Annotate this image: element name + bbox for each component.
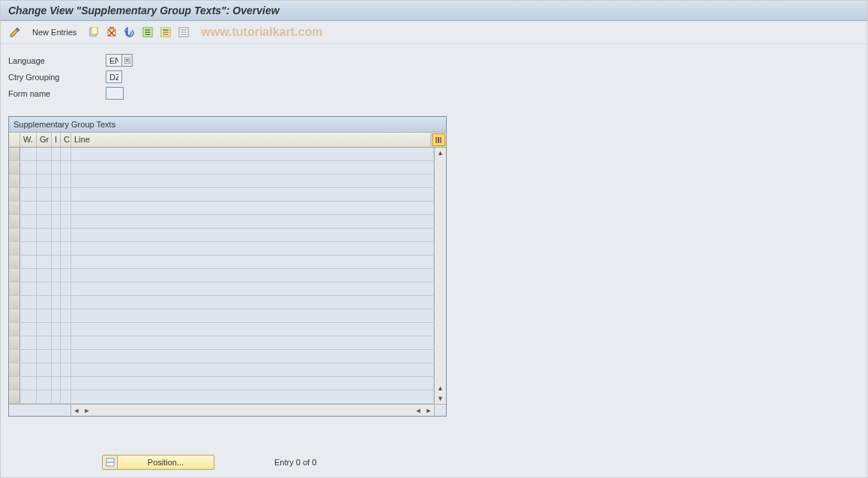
svg-rect-10 [163, 31, 169, 33]
table-row[interactable] [9, 336, 434, 350]
position-button[interactable]: Position... [102, 455, 214, 470]
row-selector[interactable] [9, 282, 20, 295]
row-selector[interactable] [9, 350, 20, 363]
deselect-all-icon[interactable] [177, 25, 190, 39]
row-selector[interactable] [9, 336, 20, 349]
svg-rect-7 [145, 34, 151, 35]
table-row[interactable] [9, 255, 434, 269]
position-button-label: Position... [118, 458, 214, 467]
row-selector[interactable] [9, 255, 20, 268]
column-c[interactable]: C [61, 133, 71, 147]
table-row[interactable] [9, 202, 434, 215]
table-row[interactable] [9, 188, 434, 202]
column-w[interactable]: W. [20, 133, 37, 147]
row-selector[interactable] [9, 323, 20, 336]
undo-icon[interactable] [123, 25, 136, 39]
scroll-down-icon2[interactable]: ▼ [435, 393, 446, 404]
table-row[interactable] [9, 309, 434, 323]
toolbar: New Entries www.tutorialkart.com [1, 21, 867, 44]
new-entries-button[interactable]: New Entries [26, 26, 82, 38]
svg-rect-9 [163, 29, 169, 31]
table-row[interactable] [9, 215, 434, 229]
svg-rect-23 [106, 462, 114, 463]
svg-rect-19 [435, 137, 437, 143]
table-row[interactable] [9, 269, 434, 282]
row-selector[interactable] [9, 269, 20, 282]
column-selector[interactable] [9, 133, 20, 147]
row-selector[interactable] [9, 229, 20, 241]
table-row[interactable] [9, 350, 434, 363]
row-selector[interactable] [9, 215, 20, 228]
svg-rect-15 [181, 34, 187, 35]
entry-count-text: Entry 0 of 0 [274, 458, 316, 467]
select-block-icon[interactable] [159, 25, 172, 39]
table-panel: Supplementary Group Texts W. Gr I C Line… [8, 116, 447, 417]
table-row[interactable] [9, 390, 434, 404]
table-row[interactable] [9, 161, 434, 175]
position-icon [103, 456, 118, 469]
horizontal-scrollbar[interactable]: ◄ ► ◄ ► [9, 404, 446, 416]
svg-rect-5 [145, 29, 151, 31]
table-body: ▲ ▲ ▼ [9, 148, 446, 404]
row-selector[interactable] [9, 377, 20, 390]
language-label: Language [8, 56, 106, 65]
table-row[interactable] [9, 323, 434, 336]
svg-rect-13 [181, 29, 187, 31]
svg-rect-6 [145, 31, 151, 33]
column-line[interactable]: Line [71, 133, 431, 147]
table-row[interactable] [9, 282, 434, 296]
scroll-right-end-icon[interactable]: ► [424, 407, 434, 414]
table-row[interactable] [9, 242, 434, 255]
row-selector[interactable] [9, 175, 20, 187]
select-all-icon[interactable] [141, 25, 154, 39]
row-selector[interactable] [9, 202, 20, 214]
table-row[interactable] [9, 377, 434, 390]
row-selector[interactable] [9, 390, 20, 403]
vertical-scrollbar[interactable]: ▲ ▲ ▼ [434, 148, 446, 404]
scroll-down-icon[interactable]: ▲ [435, 383, 446, 393]
svg-rect-11 [163, 34, 169, 35]
scroll-left-end-icon[interactable]: ◄ [413, 407, 424, 414]
form-name-field[interactable] [106, 87, 124, 100]
scroll-right-icon[interactable]: ► [82, 407, 92, 414]
svg-rect-1 [91, 27, 97, 34]
svg-rect-20 [438, 137, 439, 143]
svg-rect-18 [126, 61, 129, 61]
table-row[interactable] [9, 148, 434, 161]
watermark-text: www.tutorialkart.com [201, 25, 322, 39]
copy-as-icon[interactable] [87, 25, 100, 39]
table-row[interactable] [9, 363, 434, 377]
row-selector[interactable] [9, 148, 20, 160]
row-selector[interactable] [9, 242, 20, 255]
column-i[interactable]: I [52, 133, 61, 147]
row-selector[interactable] [9, 296, 20, 309]
toggle-edit-icon[interactable] [8, 25, 22, 39]
row-selector[interactable] [9, 188, 20, 201]
row-selector[interactable] [9, 363, 20, 376]
ctry-grouping-field[interactable] [106, 70, 122, 83]
scroll-up-icon[interactable]: ▲ [435, 148, 446, 158]
column-gr[interactable]: Gr [37, 133, 52, 147]
svg-rect-21 [440, 137, 441, 143]
table-row[interactable] [9, 175, 434, 188]
svg-rect-17 [126, 59, 129, 60]
language-field[interactable] [106, 54, 122, 67]
footer: Position... Entry 0 of 0 [1, 455, 867, 470]
table-title: Supplementary Group Texts [9, 117, 446, 133]
row-selector[interactable] [9, 161, 20, 174]
page-title: Change View "Supplementary Group Texts":… [1, 1, 867, 21]
form-name-label: Form name [8, 89, 106, 98]
language-f4-icon[interactable] [122, 54, 133, 67]
form-area: Language Ctry Grouping Form name [1, 44, 867, 116]
row-selector[interactable] [9, 309, 20, 322]
table-header: W. Gr I C Line [9, 133, 446, 148]
svg-rect-14 [181, 31, 187, 33]
table-row[interactable] [9, 229, 434, 242]
ctry-grouping-label: Ctry Grouping [8, 73, 106, 82]
scroll-left-icon[interactable]: ◄ [71, 407, 82, 414]
table-row[interactable] [9, 296, 434, 309]
configure-columns-icon[interactable] [432, 133, 445, 146]
delete-icon[interactable] [105, 25, 118, 39]
